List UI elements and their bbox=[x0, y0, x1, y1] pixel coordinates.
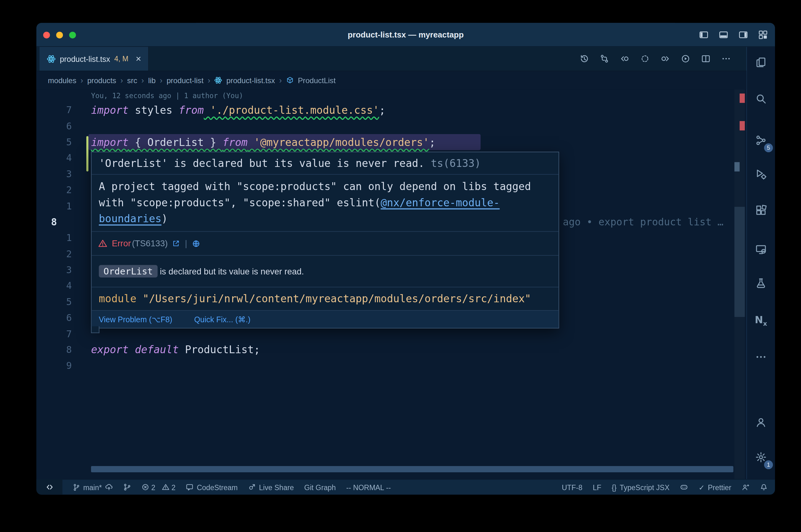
tab-close-button[interactable]: × bbox=[136, 54, 141, 63]
module-path-row: module "/Users/juri/nrwl/content/myreact… bbox=[92, 287, 559, 310]
warnings-icon bbox=[161, 483, 169, 491]
warnings-count: 2 bbox=[171, 483, 176, 491]
react-icon bbox=[214, 76, 222, 84]
nx-letter: N bbox=[755, 314, 763, 325]
breadcrumb-item-file[interactable]: product-list.tsx bbox=[226, 76, 275, 85]
commit-graph-button[interactable] bbox=[123, 483, 131, 491]
more-actions-icon[interactable] bbox=[722, 54, 731, 63]
encoding-indicator[interactable]: UTF-8 bbox=[562, 483, 582, 491]
source-control-icon[interactable]: 5 bbox=[749, 129, 772, 152]
notifications-button[interactable] bbox=[760, 483, 768, 491]
feedback-button[interactable] bbox=[742, 483, 749, 491]
breadcrumb: modules › products › src › lib › product… bbox=[36, 71, 746, 89]
line-number: 2 bbox=[36, 246, 72, 262]
toggle-sidebar-right-icon[interactable] bbox=[739, 30, 748, 39]
window-title: product-list.tsx — myreactapp bbox=[36, 30, 775, 39]
horizontal-scrollbar-thumb[interactable] bbox=[91, 466, 733, 472]
codestream-icon bbox=[186, 483, 194, 491]
language-indicator[interactable]: {} TypeScript JSX bbox=[612, 483, 670, 491]
open-docs-icon[interactable] bbox=[172, 240, 180, 247]
close-window-button[interactable] bbox=[43, 32, 50, 38]
breadcrumb-item-modules[interactable]: modules bbox=[48, 76, 76, 85]
change-marker bbox=[734, 162, 740, 172]
eol-indicator[interactable]: LF bbox=[593, 483, 601, 491]
settings-badge: 1 bbox=[764, 460, 773, 469]
live-share-button[interactable]: Live Share bbox=[248, 483, 294, 491]
globe-icon[interactable] bbox=[192, 240, 200, 248]
code-line-7[interactable]: import styles from './product-list.modul… bbox=[91, 102, 385, 118]
punctuation: ; bbox=[429, 136, 436, 149]
eol-label: LF bbox=[593, 483, 601, 491]
code-editor[interactable]: 7 6 5 4 3 2 1 8 1 2 3 4 5 6 7 8 9 bbox=[36, 89, 746, 479]
branch-indicator[interactable]: main* bbox=[73, 483, 113, 491]
chevron-separator: › bbox=[160, 76, 162, 85]
editor-column: product-list.tsx 4, M × bbox=[36, 47, 746, 479]
search-icon[interactable] bbox=[749, 87, 772, 110]
testing-beaker-icon[interactable] bbox=[749, 272, 772, 294]
breadcrumb-item-symbol[interactable]: ProductList bbox=[298, 76, 336, 85]
history-icon[interactable] bbox=[580, 54, 589, 63]
run-debug-icon[interactable] bbox=[749, 163, 772, 185]
identifier: ProductList; bbox=[179, 343, 260, 356]
status-bar: main* 2 2 CodeStream Live Share bbox=[36, 479, 775, 495]
customize-layout-icon[interactable] bbox=[759, 30, 768, 39]
settings-gear-icon[interactable]: 1 bbox=[749, 446, 772, 469]
extensions-icon[interactable] bbox=[749, 199, 772, 222]
line-number: 9 bbox=[36, 358, 72, 374]
codestream-button[interactable]: CodeStream bbox=[186, 483, 238, 491]
chevron-separator: › bbox=[142, 76, 144, 85]
prettier-indicator[interactable]: ✓ Prettier bbox=[699, 483, 731, 491]
nx-console-icon[interactable]: Nx bbox=[749, 309, 772, 332]
accounts-icon[interactable] bbox=[749, 411, 772, 434]
code-line-8[interactable]: export default ProductList; bbox=[91, 342, 260, 358]
hover-diagnostics-popup: 'OrderList' is declared but its value is… bbox=[91, 152, 559, 328]
minimize-window-button[interactable] bbox=[56, 32, 63, 38]
copilot-button[interactable] bbox=[680, 483, 688, 491]
tab-product-list[interactable]: product-list.tsx 4, M × bbox=[39, 47, 149, 71]
breadcrumb-item-products[interactable]: products bbox=[87, 76, 116, 85]
remote-explorer-icon[interactable] bbox=[749, 238, 772, 261]
overview-ruler[interactable] bbox=[734, 89, 745, 479]
chevron-separator: › bbox=[121, 76, 123, 85]
quick-fix-action[interactable]: Quick Fix... (⌘.) bbox=[194, 315, 250, 324]
traffic-lights bbox=[43, 32, 76, 38]
breadcrumb-item-lib[interactable]: lib bbox=[148, 76, 156, 85]
navigate-back-icon[interactable] bbox=[620, 54, 630, 63]
vscode-window: product-list.tsx — myreactapp product-li… bbox=[36, 23, 775, 494]
git-graph-button[interactable]: Git Graph bbox=[304, 483, 336, 491]
string-literal: './product-list.module.css' bbox=[204, 104, 379, 116]
eslint-diagnostic-row: A project tagged with "scope:products" c… bbox=[92, 174, 559, 231]
publish-changes-icon bbox=[105, 483, 113, 491]
run-file-icon[interactable] bbox=[681, 54, 690, 63]
keyword: default bbox=[129, 343, 179, 356]
vertical-scrollbar-thumb[interactable] bbox=[734, 207, 745, 317]
line-number: 4 bbox=[36, 278, 72, 294]
error-marker bbox=[740, 93, 745, 103]
view-problem-action[interactable]: View Problem (⌥F8) bbox=[99, 315, 172, 324]
breadcrumb-item-src[interactable]: src bbox=[127, 76, 137, 85]
toggle-sidebar-left-icon[interactable] bbox=[699, 30, 708, 39]
error-detail-row: OrderList is declared but its value is n… bbox=[92, 255, 559, 287]
more-views-icon[interactable] bbox=[749, 345, 772, 368]
problems-indicator[interactable]: 2 2 bbox=[142, 483, 176, 491]
react-icon bbox=[47, 54, 56, 63]
zoom-window-button[interactable] bbox=[69, 32, 76, 38]
navigate-forward-icon[interactable] bbox=[660, 54, 670, 63]
line-number: 4 bbox=[36, 150, 72, 166]
pending-changes-icon[interactable] bbox=[640, 54, 650, 63]
live-share-icon bbox=[248, 483, 256, 491]
bell-icon bbox=[760, 483, 768, 491]
remote-indicator[interactable] bbox=[36, 479, 62, 494]
language-label: TypeScript JSX bbox=[620, 483, 670, 491]
split-editor-icon[interactable] bbox=[701, 54, 711, 63]
explorer-files-icon[interactable] bbox=[749, 51, 772, 74]
keyword: from bbox=[179, 104, 204, 116]
warning-triangle-icon bbox=[98, 239, 107, 248]
toggle-panel-bottom-icon[interactable] bbox=[719, 30, 728, 39]
code-line-5[interactable]: import { OrderList } from '@myreactapp/m… bbox=[91, 134, 436, 150]
git-compare-icon[interactable] bbox=[600, 54, 609, 63]
line-number: 5 bbox=[36, 134, 72, 150]
hover-actions: View Problem (⌥F8) Quick Fix... (⌘.) bbox=[92, 310, 559, 328]
screen: product-list.tsx — myreactapp product-li… bbox=[0, 0, 801, 532]
breadcrumb-item-product-list[interactable]: product-list bbox=[166, 76, 203, 85]
